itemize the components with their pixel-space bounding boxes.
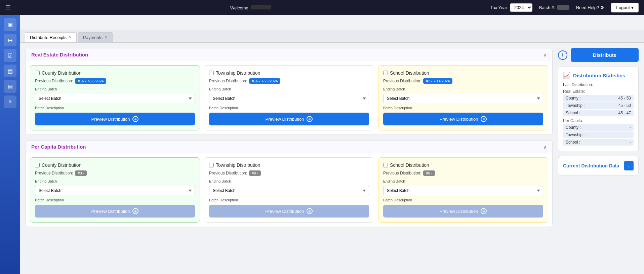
last-dist-label: Last Distribution: [563, 82, 634, 87]
re-county-ending-batch-label: Ending Batch [35, 87, 195, 91]
pc-county-prev-dist-label: Previous Distribution: [35, 171, 73, 175]
sidebar-icon-3[interactable]: ▤ [4, 65, 16, 77]
re-school-preview-icon: ⊕ [481, 116, 487, 122]
pc-school-stats-row: School : - [563, 139, 634, 146]
pc-county-prev-dist-row: Previous Distribution: #0 - [35, 170, 195, 176]
pc-school-preview-icon: ⊕ [481, 208, 487, 214]
stats-card: 📈 Distribution Statistics Last Distribut… [558, 67, 639, 151]
pc-school-ending-batch-label: Ending Batch [383, 179, 543, 183]
current-dist-card: Current Distribution Data ↓ [558, 156, 639, 175]
pc-school-prev-dist-badge: #0 - [423, 170, 435, 176]
re-township-stats-row: Township : 45 - 50 [563, 102, 634, 109]
re-township-stats-value: 45 - 50 [618, 103, 631, 108]
real-estate-collapse-icon[interactable]: ∧ [544, 52, 547, 57]
re-county-title-row: County Distribution [35, 70, 195, 76]
pc-school-prev-dist-label: Previous Distribution: [383, 171, 421, 175]
re-township-checkbox[interactable] [209, 71, 214, 75]
pc-township-card: Township Distribution Previous Distribut… [204, 157, 374, 223]
logout-button[interactable]: Logout ▾ [611, 3, 639, 12]
tax-year-label: Tax Year [490, 5, 507, 10]
re-township-preview-btn[interactable]: Preview Distribution ⊕ [209, 113, 369, 125]
re-county-prev-dist-badge: #16 - 7/23/2024 [75, 78, 106, 84]
gear-icon[interactable]: ⚙ [600, 5, 604, 10]
pc-county-checkbox[interactable] [35, 163, 40, 167]
user-name [251, 5, 271, 9]
pc-county-preview-btn[interactable]: Preview Distribution ⊕ [35, 205, 195, 218]
sidebar-icon-5[interactable]: ≡ [4, 95, 16, 108]
pc-county-batch-select[interactable]: Select Batch [35, 186, 195, 195]
tabs-bar: Distribute Receipts ✕ Payments ✕ [20, 30, 644, 43]
pc-county-title: County Distribution [42, 162, 81, 168]
help-section: Need Help? ⚙ [576, 5, 605, 10]
sidebar-icon-4[interactable]: ▤ [4, 80, 16, 93]
pc-school-title: School Distribution [390, 162, 429, 168]
real-estate-header: Real Estate Distribution ∧ [26, 48, 552, 61]
per-capita-section: Per Capita Distribution ∧ County Distrib… [26, 140, 553, 227]
re-school-title-row: School Distribution [383, 70, 543, 76]
re-county-preview-btn[interactable]: Preview Distribution ⊕ [35, 113, 195, 125]
re-school-card: School Distribution Previous Distributio… [378, 65, 548, 130]
re-county-stats-label: County : [566, 96, 581, 101]
re-school-prev-dist-label: Previous Distribution: [383, 79, 421, 83]
pc-township-title-row: Township Distribution [209, 162, 369, 168]
re-school-preview-label: Preview Distribution [440, 117, 478, 122]
pc-county-ending-batch-label: Ending Batch [35, 179, 195, 183]
re-county-batch-select[interactable]: Select Batch [35, 94, 195, 103]
pc-county-stats-label: County : [566, 125, 581, 130]
re-township-prev-dist-badge: #16 - 7/23/2024 [249, 78, 280, 84]
batch-label: Batch #: [539, 5, 555, 10]
distribute-button[interactable]: Distribute [571, 48, 639, 62]
tab-distribute-receipts-close[interactable]: ✕ [69, 35, 72, 40]
menu-icon[interactable]: ☰ [5, 4, 11, 11]
info-icon[interactable]: i [558, 50, 567, 60]
chevron-down-icon: ▾ [631, 5, 634, 10]
batch-section: Batch #: [539, 5, 569, 10]
re-township-ending-batch-label: Ending Batch [209, 87, 369, 91]
content-area: Real Estate Distribution ∧ County Distri… [20, 43, 644, 232]
tab-payments-close[interactable]: ✕ [105, 35, 108, 40]
pc-school-stats-value: - [630, 140, 631, 145]
re-township-stats-label: Township : [566, 103, 585, 108]
re-school-preview-btn[interactable]: Preview Distribution ⊕ [383, 113, 543, 125]
real-estate-title: Real Estate Distribution [31, 52, 88, 57]
sidebar-icon-0[interactable]: ▣ [4, 18, 16, 31]
pc-township-stats-value: - [630, 132, 631, 137]
download-button[interactable]: ↓ [624, 161, 634, 170]
distribute-btn-wrap: i Distribute [558, 48, 639, 62]
sidebar-icon-2[interactable]: ☑ [4, 49, 16, 62]
pc-school-batch-select[interactable]: Select Batch [383, 186, 543, 195]
tab-distribute-receipts[interactable]: Distribute Receipts ✕ [25, 32, 77, 42]
pc-township-preview-btn[interactable]: Preview Distribution ⊕ [209, 205, 369, 218]
re-school-batch-select[interactable]: Select Batch [383, 94, 543, 103]
sidebar: ▣ ↦ ☑ ▤ ▤ ≡ [0, 15, 20, 274]
re-school-checkbox[interactable] [383, 71, 388, 75]
re-county-checkbox[interactable] [35, 71, 40, 75]
re-school-title: School Distribution [390, 70, 429, 76]
pc-county-title-row: County Distribution [35, 162, 195, 168]
sidebar-icon-1[interactable]: ↦ [4, 34, 16, 46]
welcome-label: Welcome [230, 5, 248, 10]
re-school-prev-dist-badge: #2 - 7/14/2024 [423, 78, 452, 84]
per-capita-header: Per Capita Distribution ∧ [26, 141, 552, 153]
per-capita-collapse-icon[interactable]: ∧ [544, 144, 547, 150]
help-label: Need Help? [576, 5, 599, 10]
re-township-card: Township Distribution Previous Distribut… [204, 65, 374, 130]
re-township-batch-desc: Batch Description [209, 106, 369, 110]
re-township-batch-select[interactable]: Select Batch [209, 94, 369, 103]
pc-school-preview-btn[interactable]: Preview Distribution ⊕ [383, 205, 543, 218]
re-school-stats-row: School : 45 - 47 [563, 110, 634, 116]
tab-distribute-receipts-label: Distribute Receipts [30, 35, 67, 40]
re-township-prev-dist-label: Previous Distribution: [209, 79, 247, 83]
pc-township-preview-icon: ⊕ [307, 208, 313, 214]
pc-township-prev-dist-label: Previous Distribution: [209, 171, 247, 175]
pc-township-batch-desc: Batch Description [209, 198, 369, 202]
tax-year-select[interactable]: 2024 [510, 3, 532, 12]
re-school-batch-desc: Batch Description [383, 106, 543, 110]
tab-payments[interactable]: Payments ✕ [78, 32, 113, 42]
pc-school-checkbox[interactable] [383, 163, 388, 167]
info-icon-label: i [562, 52, 563, 57]
pc-township-checkbox[interactable] [209, 163, 214, 167]
pc-township-batch-select[interactable]: Select Batch [209, 186, 369, 195]
re-county-prev-dist-label: Previous Distribution: [35, 79, 73, 83]
pc-school-title-row: School Distribution [383, 162, 543, 168]
